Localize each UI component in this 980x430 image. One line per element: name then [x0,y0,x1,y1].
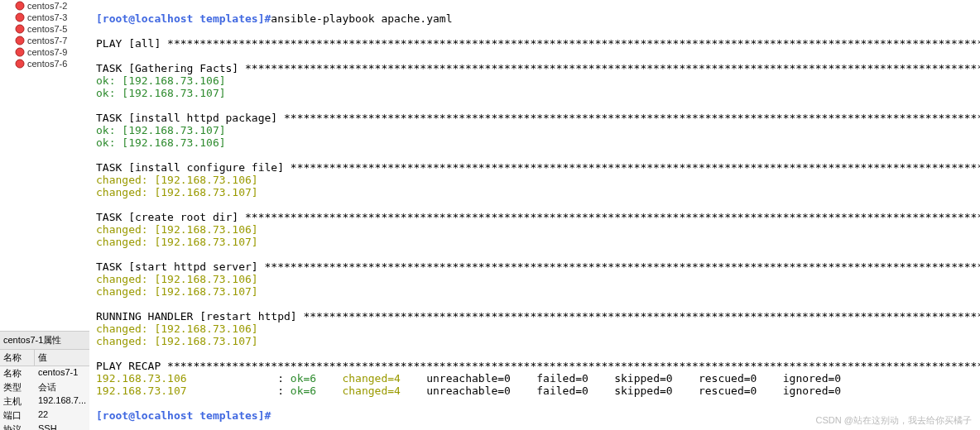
command: ansible-playbook apache.yaml [271,12,452,25]
recap-rescued: rescued=0 [699,385,757,397]
host-icon [15,12,25,22]
recap-changed: changed=4 [342,385,400,397]
task-header: TASK [install httpd package] [96,112,284,124]
svg-point-5 [16,60,24,68]
recap-skipped: skipped=0 [614,385,672,397]
stars: ****************************************… [245,62,980,74]
host-icon [15,24,25,34]
session-item[interactable]: centos7-6 [0,58,79,69]
prop-val: SSH [35,423,89,430]
prop-key: 主机 [0,394,35,408]
recap-unreach: unreachable=0 [426,385,511,397]
changed-line: changed: [192.168.73.107] [96,186,258,198]
recap-failed: failed=0 [536,372,588,385]
prop-key: 类型 [0,380,35,394]
host-icon [15,59,25,69]
session-label: centos7-7 [27,36,67,45]
prompt: [root@localhost templates]# [96,12,271,25]
stars: ****************************************… [265,260,981,273]
header-value: 值 [35,350,89,366]
stars: ****************************************… [303,310,980,322]
prop-row: 端口22 [0,408,89,423]
prop-val: 会话 [35,380,89,394]
session-item[interactable]: centos7-7 [0,35,79,46]
ok-line: ok: [192.168.73.107] [96,124,226,136]
svg-point-0 [16,2,24,10]
recap-ok: ok=6 [291,372,316,385]
svg-point-1 [16,13,24,22]
session-label: centos7-2 [27,1,67,11]
stars: ****************************************… [284,112,980,124]
session-label: centos7-6 [27,59,67,69]
prop-key: 端口 [0,408,35,423]
task-header: TASK [Gathering Facts] [96,62,245,74]
session-label: centos7-9 [27,47,67,57]
recap-failed: failed=0 [536,385,588,397]
prop-val: 192.168.7... [35,394,89,408]
recap-host: 192.168.73.106 [96,372,187,385]
changed-line: changed: [192.168.73.107] [96,335,258,347]
prop-key: 名称 [0,366,35,380]
session-label: centos7-3 [27,12,67,22]
session-list: centos7-2 centos7-3 centos7-5 centos7-7 … [0,0,79,64]
recap-skipped: skipped=0 [614,372,672,385]
recap-header: PLAY RECAP [96,360,167,372]
recap-host: 192.168.73.107 [96,385,187,397]
task-header: TASK [create root dir] [96,211,245,223]
session-item[interactable]: centos7-5 [0,23,79,35]
changed-line: changed: [192.168.73.106] [96,223,258,236]
changed-line: changed: [192.168.73.106] [96,322,258,335]
session-item[interactable]: centos7-9 [0,46,79,58]
prompt: [root@localhost templates]# [96,409,271,422]
prop-key: 协议 [0,423,35,430]
stars: ****************************************… [167,360,980,372]
session-label: centos7-5 [27,24,67,34]
stars: ****************************************… [167,37,980,50]
ok-line: ok: [192.168.73.106] [96,74,226,87]
host-icon [15,36,25,45]
watermark: CSDN @站在这别动，我去给你买橘子 [816,414,972,427]
terminal[interactable]: [root@localhost templates]#ansible-playb… [89,0,980,430]
stars: ****************************************… [291,161,980,174]
properties-header: 名称 值 [0,350,89,366]
task-header: TASK [install configure file] [96,161,291,174]
host-icon [15,1,25,11]
recap-unreach: unreachable=0 [426,372,511,385]
changed-line: changed: [192.168.73.106] [96,174,258,186]
svg-point-3 [16,36,24,45]
prop-row: 名称centos7-1 [0,366,89,380]
session-item[interactable]: centos7-2 [0,0,79,12]
handler-header: RUNNING HANDLER [restart httpd] [96,310,303,322]
recap-ok: ok=6 [291,385,316,397]
session-item[interactable]: centos7-3 [0,12,79,23]
stars: ****************************************… [245,211,980,223]
svg-point-2 [16,25,24,33]
ok-line: ok: [192.168.73.106] [96,136,226,149]
header-name: 名称 [0,350,35,366]
changed-line: changed: [192.168.73.106] [96,273,258,285]
recap-rescued: rescued=0 [699,372,757,385]
prop-row: 类型会话 [0,380,89,394]
task-header: TASK [start httpd server] [96,260,265,273]
ok-line: ok: [192.168.73.107] [96,87,226,99]
svg-point-4 [16,48,24,56]
changed-line: changed: [192.168.73.107] [96,285,258,298]
changed-line: changed: [192.168.73.107] [96,236,258,248]
properties-title: centos7-1属性 [0,332,89,350]
recap-ignored: ignored=0 [783,372,841,385]
prop-val: 22 [35,408,89,423]
recap-changed: changed=4 [342,372,400,385]
host-icon [15,47,25,57]
properties-panel: centos7-1属性 名称 值 名称centos7-1 类型会话 主机192.… [0,331,89,430]
prop-row: 主机192.168.7... [0,394,89,408]
recap-ignored: ignored=0 [783,385,841,397]
prop-row: 协议SSH [0,423,89,430]
play-header: PLAY [all] [96,37,167,50]
prop-val: centos7-1 [35,366,89,380]
